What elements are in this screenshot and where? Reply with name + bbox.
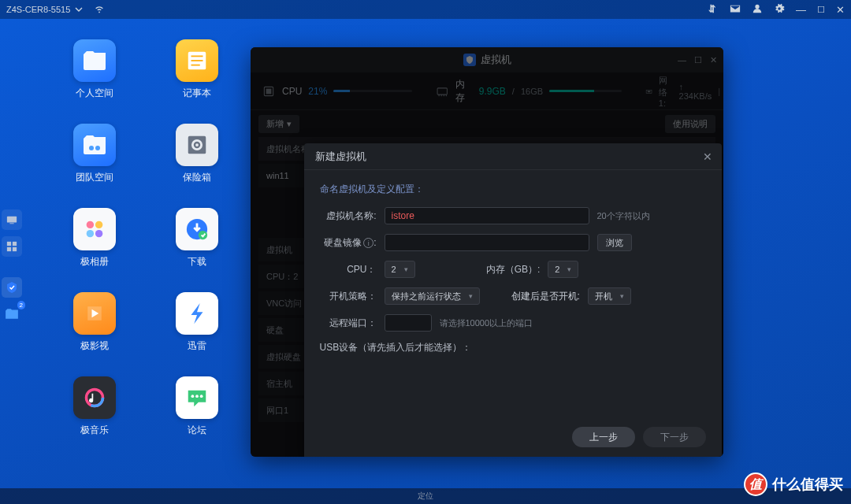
desktop-icon-personal[interactable]: 个人空间 <box>63 39 126 100</box>
svg-point-17 <box>87 230 94 237</box>
svg-point-11 <box>95 146 100 150</box>
transfer-icon[interactable] <box>708 3 719 16</box>
svg-rect-4 <box>7 247 11 251</box>
vm-window: 虚拟机 — ☐ ✕ CPU 21% 内存 9.9GB/ 16GB 网络1: ↑ … <box>251 47 723 457</box>
svg-point-15 <box>87 221 94 228</box>
launcher-vm[interactable] <box>2 277 22 298</box>
launcher-strip: 2 <box>0 205 24 329</box>
modal-section-title: 命名虚拟机及定义配置： <box>320 183 706 196</box>
watermark-text: 什么值得买 <box>772 475 843 494</box>
desktop: 个人空间 记事本 团队空间 保险箱 极相册 下载 极影视 迅雷 极音乐 论坛 <box>63 39 229 437</box>
minimize-icon[interactable]: — <box>796 4 806 16</box>
bottom-bar: 定位 <box>0 488 851 504</box>
modal-close-button[interactable]: ✕ <box>703 150 712 163</box>
remote-port-input[interactable] <box>385 314 432 332</box>
svg-rect-5 <box>13 247 17 251</box>
svg-point-25 <box>200 395 203 398</box>
svg-point-16 <box>95 221 102 228</box>
vm-name-hint: 20个字符以内 <box>597 210 650 222</box>
taskbar: Z4S-CER8-5515 — ☐ ✕ <box>0 0 851 19</box>
desktop-icon-music[interactable]: 极音乐 <box>63 376 126 437</box>
memory-label: 内存（GB）: <box>486 263 541 276</box>
vm-name-input[interactable] <box>385 207 589 224</box>
svg-rect-2 <box>7 242 11 246</box>
hostname-menu[interactable]: Z4S-CER8-5515 <box>6 5 83 14</box>
user-icon[interactable] <box>752 3 763 16</box>
desktop-icon-xunlei[interactable]: 迅雷 <box>165 292 229 353</box>
auto-start-select[interactable]: 开机 <box>588 287 631 305</box>
modal-overlay: 新建虚拟机 ✕ 命名虚拟机及定义配置： 虚拟机名称: 20个字符以内 硬盘镜像i… <box>251 47 723 457</box>
gear-icon[interactable] <box>774 3 785 16</box>
svg-point-23 <box>191 395 195 398</box>
svg-point-10 <box>89 146 94 150</box>
modal-header: 新建虚拟机 ✕ <box>304 143 722 170</box>
svg-point-24 <box>195 395 199 398</box>
watermark: 值 什么值得买 <box>744 472 843 496</box>
hostname-label: Z4S-CER8-5515 <box>6 5 70 14</box>
desktop-icon-notes[interactable]: 记事本 <box>165 39 229 100</box>
usb-label: USB设备（请先插入后才能选择）： <box>320 341 472 354</box>
svg-point-14 <box>195 143 199 146</box>
remote-port-hint: 请选择10000以上的端口 <box>440 317 533 329</box>
chevron-down-icon <box>75 6 83 13</box>
disk-image-input[interactable] <box>385 234 589 251</box>
new-vm-modal: 新建虚拟机 ✕ 命名虚拟机及定义配置： 虚拟机名称: 20个字符以内 硬盘镜像i… <box>304 143 722 457</box>
system-tray: — ☐ ✕ <box>708 3 845 16</box>
cpu-select[interactable]: 2 <box>385 261 415 278</box>
maximize-icon[interactable]: ☐ <box>817 5 825 15</box>
boot-policy-select[interactable]: 保持之前运行状态 <box>385 287 480 305</box>
auto-start-label: 创建后是否开机: <box>511 290 580 303</box>
boot-policy-label: 开机策略： <box>320 290 377 303</box>
svg-rect-1 <box>9 223 13 224</box>
desktop-icon-team[interactable]: 团队空间 <box>63 124 126 184</box>
launcher-badge: 2 <box>17 301 25 309</box>
desktop-icon-download[interactable]: 下载 <box>165 208 229 269</box>
launcher-files[interactable]: 2 <box>2 304 22 324</box>
desktop-icon-video[interactable]: 极影视 <box>63 292 126 353</box>
browse-button[interactable]: 浏览 <box>597 234 632 251</box>
launcher-apps[interactable] <box>2 236 22 257</box>
svg-rect-3 <box>13 242 17 246</box>
cpu-label: CPU： <box>320 263 377 276</box>
svg-rect-0 <box>7 217 17 223</box>
memory-select[interactable]: 2 <box>548 261 578 278</box>
prev-step-button[interactable]: 上一步 <box>572 427 635 447</box>
svg-point-20 <box>199 231 207 239</box>
close-icon[interactable]: ✕ <box>836 4 845 16</box>
remote-port-label: 远程端口： <box>320 317 377 330</box>
desktop-icon-album[interactable]: 极相册 <box>63 208 126 269</box>
mail-icon[interactable] <box>730 3 741 16</box>
wifi-icon[interactable] <box>94 3 105 16</box>
vm-name-label: 虚拟机名称: <box>320 209 377 223</box>
modal-title: 新建虚拟机 <box>315 150 366 164</box>
info-icon[interactable]: i <box>363 238 373 248</box>
next-step-button[interactable]: 下一步 <box>643 427 706 447</box>
launcher-desktop[interactable] <box>2 209 22 230</box>
svg-point-18 <box>95 230 102 237</box>
desktop-icon-forum[interactable]: 论坛 <box>165 376 229 437</box>
disk-image-label: 硬盘镜像i: <box>320 236 377 250</box>
watermark-icon: 值 <box>744 472 767 496</box>
desktop-icon-safe[interactable]: 保险箱 <box>165 124 229 184</box>
